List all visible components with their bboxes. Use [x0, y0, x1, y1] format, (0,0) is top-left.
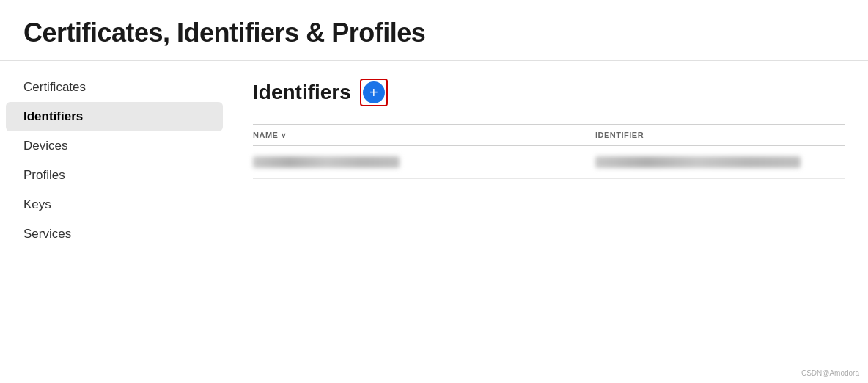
col-identifier-header: IDENTIFIER [595, 131, 845, 139]
row-name-cell [253, 156, 595, 168]
sort-icon: ∨ [281, 131, 287, 139]
add-button-highlight: + [360, 79, 388, 106]
col-identifier-label: IDENTIFIER [595, 131, 845, 139]
main-layout: Certificates Identifiers Devices Profile… [0, 61, 868, 378]
sidebar-item-services[interactable]: Services [0, 219, 229, 249]
content-header: Identifiers + [253, 79, 845, 106]
identifiers-table: NAME ∨ IDENTIFIER [253, 124, 845, 179]
sidebar-item-devices[interactable]: Devices [0, 131, 229, 161]
sidebar-item-keys[interactable]: Keys [0, 190, 229, 219]
page-title: Certificates, Identifiers & Profiles [23, 18, 845, 48]
plus-icon: + [369, 85, 378, 100]
header: Certificates, Identifiers & Profiles [0, 0, 868, 61]
table-row[interactable] [253, 146, 845, 179]
table-header-row: NAME ∨ IDENTIFIER [253, 125, 845, 146]
add-identifier-button[interactable]: + [363, 81, 385, 103]
content-area: Identifiers + NAME ∨ IDENTIFIER [229, 61, 868, 378]
sidebar-item-identifiers[interactable]: Identifiers [6, 102, 223, 131]
sidebar-item-certificates[interactable]: Certificates [0, 73, 229, 102]
sidebar-item-profiles[interactable]: Profiles [0, 161, 229, 190]
row-identifier-cell [595, 156, 845, 168]
footer-watermark: CSDN@Amodora [801, 369, 859, 377]
content-title: Identifiers [253, 81, 351, 104]
col-name-header[interactable]: NAME ∨ [253, 131, 595, 139]
blurred-name [253, 156, 400, 168]
col-name-label: NAME ∨ [253, 131, 584, 139]
sidebar: Certificates Identifiers Devices Profile… [0, 61, 229, 378]
blurred-identifier [595, 156, 801, 168]
